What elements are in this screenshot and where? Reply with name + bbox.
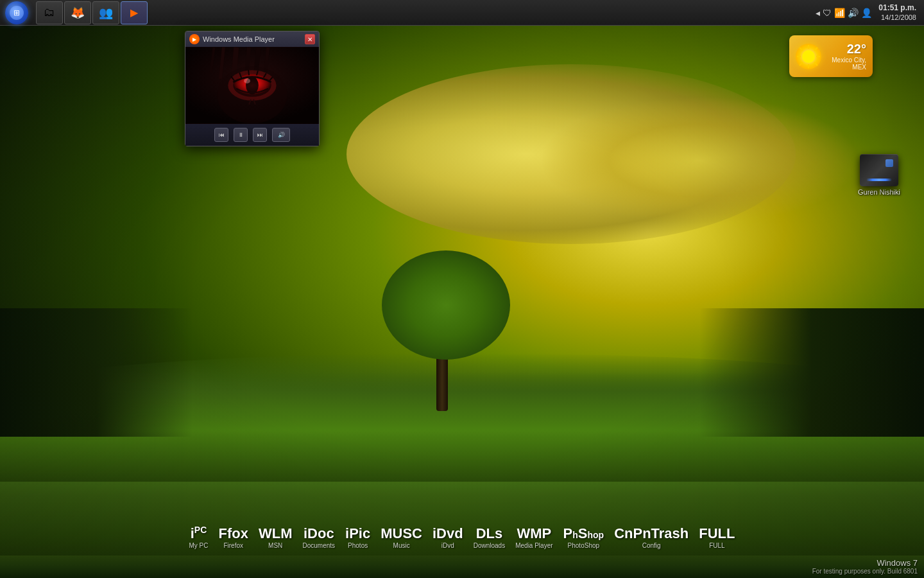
tray-security-icon[interactable]: 🛡 [823,8,832,18]
taskbar-msn-btn[interactable]: 👥 [92,1,119,24]
desktop-wallpaper [0,0,924,578]
wmp-app-icon: ▶ [189,34,200,44]
taskbar-right: ◂ 🛡 📶 🔊 👤 01:51 p.m. 14/12/2008 [816,0,924,26]
start-orb[interactable]: ⊞ [5,1,28,24]
wmp-titlebar: ▶ Windows Media Player ✕ [185,31,319,47]
tray-user-icon[interactable]: 👤 [861,8,872,18]
tray-volume-icon[interactable]: 🔊 [848,8,859,18]
weather-sun-icon [796,44,821,69]
bottom-dock: iPC My PC Ffox Firefox WLM MSN iDoc Docu… [0,525,924,549]
weather-info: 22° Mexico City, MEX [821,42,866,71]
svg-line-29 [814,48,817,51]
dock-item-mediaplayer[interactable]: WMP Media Player [510,527,558,549]
guren-icon-label: Guren Nishiki [858,188,900,196]
dock-item-music[interactable]: MUSC Music [375,527,427,549]
taskbar-apps: 🗂 🦊 👥 ▶ [36,0,148,26]
cloud-secondary [539,96,860,225]
dock-sub-photoshop: PhotoShop [568,542,600,549]
start-orb-inner: ⊞ [10,6,24,20]
dock-item-config[interactable]: CnPnTrash Config [609,527,694,549]
dock-label-ffox: Ffox [219,527,248,541]
dock-label-wlm: WLM [259,527,293,541]
os-name: Windows 7 [812,558,918,568]
taskbar-folder-btn[interactable]: 🗂 [36,1,63,24]
weather-temperature: 22° [847,42,866,57]
guren-device-icon [860,154,898,186]
bottom-strip [0,556,924,578]
dock-label-idvd: iDvd [432,527,463,541]
svg-line-30 [800,62,803,66]
taskbar-wmp-btn[interactable]: ▶ [121,1,148,24]
wmp-close-button[interactable]: ✕ [305,34,315,44]
guren-port [886,159,893,167]
dock-sub-config: Config [642,542,661,549]
start-button[interactable]: ⊞ [0,0,33,26]
tree-canopy [382,250,510,360]
wmp-next-button[interactable]: ⏭ [253,128,267,142]
desktop-icon-guren[interactable]: Guren Nishiki [853,154,905,196]
dock-sub-mypc: My PC [189,542,209,549]
tray-signal-icon[interactable]: 📶 [834,8,845,18]
firefox-icon: 🦊 [71,6,85,20]
svg-line-28 [814,62,817,66]
wmp-popup-window: ▶ Windows Media Player ✕ [185,31,320,146]
dock-label-full: FULL [699,527,735,541]
clock-area[interactable]: 01:51 p.m. 14/12/2008 [876,2,919,24]
guren-light [866,179,892,181]
dock-sub-full: FULL [709,542,724,549]
dock-sub-music: Music [393,542,410,549]
windows-logo-icon: ⊞ [13,8,20,17]
wmp-controls: ⏮ ⏸ ⏭ 🔊 [185,124,319,146]
dock-sub-documents: Documents [303,542,336,549]
dock-item-documents[interactable]: iDoc Documents [298,527,341,549]
dock-sub-mediaplayer: Media Player [515,542,552,549]
wmp-taskbar-icon: ▶ [130,6,138,19]
msn-icon: 👥 [99,6,113,20]
dock-label-ipic: iPic [345,527,370,541]
wmp-preview-svg [185,47,319,124]
dock-item-firefox[interactable]: Ffox Firefox [214,527,253,549]
weather-city: Mexico City, MEX [821,57,866,71]
dock-label-musc: MUSC [381,527,422,541]
dock-sub-firefox: Firefox [223,542,243,549]
dock-item-photoshop[interactable]: PhShop PhotoShop [558,527,610,549]
wmp-title-left: ▶ Windows Media Player [189,34,275,44]
dock-label-wmp: WMP [517,527,551,541]
dock-sub-idvd: iDvd [441,542,454,549]
svg-point-22 [802,50,815,63]
tray-arrow-icon[interactable]: ◂ [816,8,820,18]
wmp-volume-button[interactable]: 🔊 [272,128,290,142]
forest-right [699,308,924,437]
dock-label-idoc: iDoc [304,527,334,541]
dock-label-cnpn: CnPnTrash [614,527,689,541]
taskbar: ⊞ 🗂 🦊 👥 ▶ ◂ 🛡 📶 🔊 👤 01:51 p.m. 14/12/200… [0,0,924,26]
wmp-playpause-button[interactable]: ⏸ [234,128,248,142]
dock-label-dls: DLs [476,527,503,541]
dock-sub-downloads: Downloads [474,542,505,549]
svg-point-21 [214,60,291,110]
svg-line-27 [800,48,803,51]
dock-label-ipc: iPC [191,525,207,541]
clock-time: 01:51 p.m. [878,3,916,13]
wmp-video-preview [185,47,319,124]
dock-item-full[interactable]: FULL FULL [694,527,740,549]
weather-widget[interactable]: 22° Mexico City, MEX [789,35,873,77]
dock-item-mypc[interactable]: iPC My PC [184,525,214,549]
folder-icon: 🗂 [44,6,55,19]
wmp-prev-button[interactable]: ⏮ [214,128,228,142]
dock-item-msn[interactable]: WLM MSN [253,527,298,549]
dock-item-idvd[interactable]: iDvd iDvd [427,527,468,549]
os-build: For testing purposes only. Build 6801 [812,568,918,575]
dock-item-photos[interactable]: iPic Photos [340,527,375,549]
dock-sub-photos: Photos [348,542,368,549]
sun-svg [796,44,821,69]
clock-date: 14/12/2008 [881,13,916,22]
dock-sub-msn: MSN [268,542,282,549]
wmp-title-text: Windows Media Player [203,35,275,43]
taskbar-firefox-btn[interactable]: 🦊 [64,1,91,24]
tray-icons: ◂ 🛡 📶 🔊 👤 [816,8,872,18]
dock-label-phshop: PhShop [563,527,604,541]
forest-left [0,308,193,437]
dock-item-downloads[interactable]: DLs Downloads [468,527,510,549]
os-info: Windows 7 For testing purposes only. Bui… [812,558,918,575]
